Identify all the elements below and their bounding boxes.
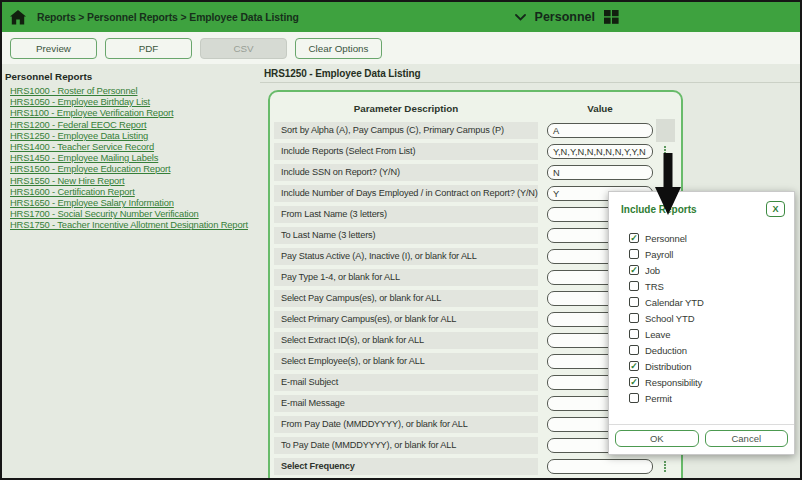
include-report-option: ✓Job bbox=[629, 262, 794, 278]
chevron-down-icon[interactable] bbox=[515, 14, 526, 21]
include-report-option: Payroll bbox=[629, 246, 794, 262]
report-link-hrs1250[interactable]: HRS1250 - Employee Data Listing bbox=[10, 130, 260, 141]
checkbox-label: Payroll bbox=[645, 249, 673, 260]
report-link-hrs1450[interactable]: HRS1450 - Employee Mailing Labels bbox=[10, 152, 260, 163]
report-link-hrs1200[interactable]: HRS1200 - Federal EEOC Report bbox=[10, 119, 260, 130]
parameter-label: Select Extract ID(s), or blank for ALL bbox=[274, 332, 538, 349]
checkbox-label: Job bbox=[645, 265, 660, 276]
clear-options-button[interactable]: Clear Options bbox=[295, 38, 382, 59]
parameter-row: Sort by Alpha (A), Pay Campus (C), Prima… bbox=[274, 122, 681, 139]
sidebar-heading: Personnel Reports bbox=[2, 64, 260, 85]
csv-button: CSV bbox=[200, 38, 287, 59]
checkbox-deduction[interactable] bbox=[629, 345, 639, 355]
parameter-label: To Pay Date (MMDDYYYY), or blank for ALL bbox=[274, 437, 538, 454]
toolbar: PreviewPDFCSVClear Options bbox=[2, 32, 800, 64]
parameter-row: Include Reports (Select From List)Y,N,Y,… bbox=[274, 143, 681, 160]
checkbox-leave[interactable] bbox=[629, 329, 639, 339]
column-header-parameter-description: Parameter Description bbox=[274, 103, 538, 114]
include-report-option: Permit bbox=[629, 390, 794, 406]
checkbox-label: Permit bbox=[645, 393, 672, 404]
parameter-value-input[interactable]: Y,N,Y,N,N,N,N,N,Y,Y,N bbox=[547, 144, 653, 159]
parameter-label: Select Employee(s), or blank for ALL bbox=[274, 353, 538, 370]
checkbox-distribution[interactable]: ✓ bbox=[629, 361, 639, 371]
checkbox-label: Responsibility bbox=[645, 377, 702, 388]
checkbox-label: Leave bbox=[645, 329, 670, 340]
parameter-label: From Pay Date (MMDDYYYY), or blank for A… bbox=[274, 416, 538, 433]
close-button[interactable]: X bbox=[766, 201, 785, 217]
pdf-button[interactable]: PDF bbox=[105, 38, 192, 59]
parameter-label: Pay Type 1-4, or blank for ALL bbox=[274, 269, 538, 286]
breadcrumb[interactable]: Reports > Personnel Reports > Employee D… bbox=[37, 12, 299, 23]
parameter-row: Select Frequency bbox=[274, 458, 681, 475]
parameter-value-input[interactable]: A bbox=[547, 123, 653, 138]
checkbox-school-ytd[interactable] bbox=[629, 313, 639, 323]
report-link-hrs1050[interactable]: HRS1050 - Employee Birthday List bbox=[10, 96, 260, 107]
include-report-option: Deduction bbox=[629, 342, 794, 358]
parameter-label: From Last Name (3 letters) bbox=[274, 206, 538, 223]
cancel-button[interactable]: Cancel bbox=[705, 430, 789, 447]
parameter-label: E-mail Message bbox=[274, 395, 538, 412]
parameter-label: Sort by Alpha (A), Pay Campus (C), Prima… bbox=[274, 122, 538, 139]
annotation-arrow-down-icon bbox=[655, 153, 681, 215]
report-link-hrs1600[interactable]: HRS1600 - Certification Report bbox=[10, 186, 260, 197]
report-link-hrs1700[interactable]: HRS1700 - Social Security Number Verific… bbox=[10, 208, 260, 219]
checkbox-label: Deduction bbox=[645, 345, 687, 356]
parameter-label: E-mail Subject bbox=[274, 374, 538, 391]
checkbox-payroll[interactable] bbox=[629, 249, 639, 259]
report-link-hrs1650[interactable]: HRS1650 - Employee Salary Information bbox=[10, 197, 260, 208]
column-header-value: Value bbox=[547, 103, 653, 114]
apps-grid-icon[interactable] bbox=[604, 10, 619, 24]
include-report-option: School YTD bbox=[629, 310, 794, 326]
include-report-option: ✓Personnel bbox=[629, 230, 794, 246]
include-report-option: Calendar YTD bbox=[629, 294, 794, 310]
checkbox-responsibility[interactable]: ✓ bbox=[629, 377, 639, 387]
parameter-label: Select Primary Campus(es), or blank for … bbox=[274, 311, 538, 328]
include-report-option: ✓Responsibility bbox=[629, 374, 794, 390]
include-report-option: Leave bbox=[629, 326, 794, 342]
checkbox-label: School YTD bbox=[645, 313, 695, 324]
checkbox-label: Distribution bbox=[645, 361, 691, 372]
app-window: Reports > Personnel Reports > Employee D… bbox=[0, 0, 802, 480]
popup-option-list: ✓PersonnelPayroll✓JobTRSCalendar YTDScho… bbox=[629, 230, 794, 406]
top-header-bar: Reports > Personnel Reports > Employee D… bbox=[2, 2, 800, 32]
ok-button[interactable]: OK bbox=[615, 430, 699, 447]
report-link-hrs1400[interactable]: HRS1400 - Teacher Service Record bbox=[10, 141, 260, 152]
parameter-label: Select Pay Campus(es), or blank for ALL bbox=[274, 290, 538, 307]
checkbox-label: TRS bbox=[645, 281, 664, 292]
report-link-hrs1100[interactable]: HRS1100 - Employee Verification Report bbox=[10, 107, 260, 118]
report-link-hrs1750[interactable]: HRS1750 - Teacher Incentive Allotment De… bbox=[10, 219, 260, 230]
parameter-value-input[interactable]: N bbox=[547, 165, 653, 180]
report-link-hrs1500[interactable]: HRS1500 - Employee Education Report bbox=[10, 163, 260, 174]
ellipsis-picker-button[interactable] bbox=[660, 459, 670, 474]
checkbox-job[interactable]: ✓ bbox=[629, 265, 639, 275]
parameter-label: Include Number of Days Employed / in Con… bbox=[274, 185, 538, 202]
checkbox-permit[interactable] bbox=[629, 393, 639, 403]
include-report-option: ✓Distribution bbox=[629, 358, 794, 374]
parameter-label: Include SSN on Report? (Y/N) bbox=[274, 164, 538, 181]
row-side-area bbox=[653, 458, 677, 475]
popup-footer: OK Cancel bbox=[609, 424, 794, 454]
checkbox-label: Calendar YTD bbox=[645, 297, 704, 308]
row-side-area bbox=[653, 122, 677, 139]
checkbox-label: Personnel bbox=[645, 233, 687, 244]
sidebar: Personnel Reports HRS1000 - Roster of Pe… bbox=[2, 64, 260, 231]
parameter-value-input[interactable] bbox=[547, 459, 653, 474]
report-link-hrs1000[interactable]: HRS1000 - Roster of Personnel bbox=[10, 85, 260, 96]
preview-button[interactable]: Preview bbox=[10, 38, 97, 59]
checkbox-personnel[interactable]: ✓ bbox=[629, 233, 639, 243]
checkbox-calendar-ytd[interactable] bbox=[629, 297, 639, 307]
parameter-row: Include SSN on Report? (Y/N)N bbox=[274, 164, 681, 181]
include-reports-popup: Include Reports X ✓PersonnelPayroll✓JobT… bbox=[608, 191, 795, 455]
parameter-label: Pay Status Active (A), Inactive (I), or … bbox=[274, 248, 538, 265]
report-link-hrs1550[interactable]: HRS1550 - New Hire Report bbox=[10, 175, 260, 186]
home-icon[interactable] bbox=[10, 10, 26, 25]
page-title: HRS1250 - Employee Data Listing bbox=[260, 64, 800, 83]
parameter-label: Include Reports (Select From List) bbox=[274, 143, 538, 160]
checkbox-trs[interactable] bbox=[629, 281, 639, 291]
application-name[interactable]: Personnel bbox=[535, 10, 595, 24]
popup-header: Include Reports X bbox=[609, 192, 794, 217]
scrollbar-thumb[interactable] bbox=[656, 119, 675, 142]
table-header-row: Parameter Description Value bbox=[274, 97, 681, 120]
report-link-list: HRS1000 - Roster of PersonnelHRS1050 - E… bbox=[2, 85, 260, 231]
include-report-option: TRS bbox=[629, 278, 794, 294]
